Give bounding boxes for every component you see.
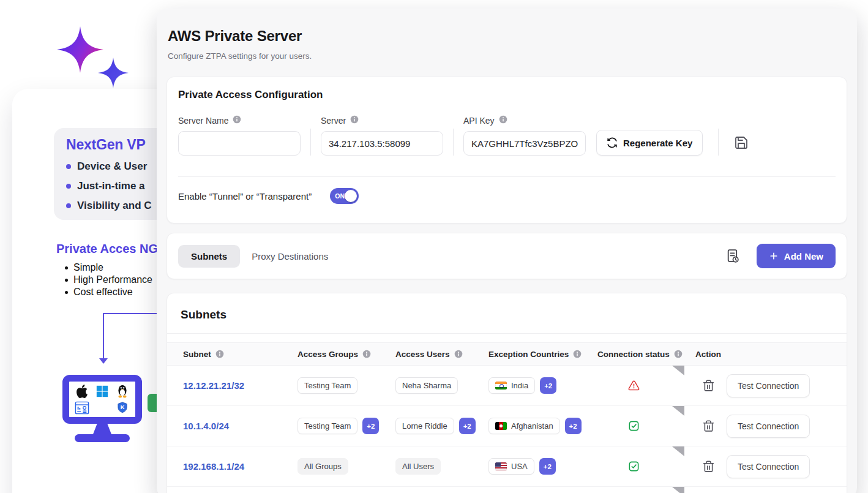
save-button[interactable] [734,130,749,156]
tunnel-toggle-row: Enable “Tunnel” or “Transparent” ON [178,188,359,204]
tabs-card: Subnets Proxy Destinations Add New [166,233,847,279]
main-panel: AWS Private Server Configure ZTPA settin… [157,9,857,493]
subnet-link[interactable]: 10.1.4.0/24 [183,421,229,431]
pa-bullet: Cost effective [65,286,152,298]
page-subtitle: Configure ZTPA settings for your users. [168,51,312,61]
linux-icon [116,384,129,398]
table-body: 12.12.21.21/32 Testing Team Neha Sharma … [167,366,847,487]
af-flag-icon [495,422,507,430]
trash-icon [702,379,715,393]
info-icon[interactable] [233,115,241,126]
windows-icon [96,385,108,397]
info-icon[interactable] [350,115,359,124]
action-cell: Test Connection [695,374,847,397]
subnet-link[interactable]: 192.168.1.1/24 [183,461,244,472]
pa-bullet: Simple [65,262,152,274]
test-connection-button[interactable]: Test Connection [727,415,810,438]
table-header-row: Subnet Access Groups Access Users Except… [167,342,847,366]
chip: All Users [395,458,441,475]
chip: Neha Sharma [395,377,458,394]
info-icon[interactable] [233,115,241,124]
flow-arrow-head [99,358,108,364]
private-access-ng-title: Private Acces NG [56,242,158,256]
chip: Testing Team [297,377,357,394]
us-flag-icon [495,462,507,470]
more-count-badge[interactable]: +2 [362,418,379,434]
regenerate-key-label: Regenerate Key [623,138,692,148]
chip: India [488,377,535,394]
connection-ok-icon [628,461,640,472]
dashboard-icon [75,401,89,415]
monitor-screen: K [62,375,142,424]
column-header: Exception Countries [488,350,597,359]
logs-button[interactable] [725,248,741,264]
monitor-base [75,434,130,442]
api-key-input[interactable] [463,131,586,156]
pa-bullet: High Performance [65,274,152,286]
add-new-button[interactable]: Add New [757,244,836,268]
info-icon[interactable] [362,350,371,358]
info-icon[interactable] [454,350,463,358]
subnet-link[interactable]: 12.12.21.21/32 [183,380,244,391]
chip: All Groups [297,458,348,475]
more-count-badge[interactable]: +2 [539,458,556,475]
connection-ok-icon [628,420,640,432]
action-cell: Test Connection [695,455,847,478]
monitor-stand [93,424,111,434]
info-icon[interactable] [573,350,582,358]
server-input[interactable] [321,131,443,156]
server-name-input[interactable] [178,131,301,156]
connection-status-cell [597,461,695,472]
test-connection-button[interactable]: Test Connection [727,374,810,397]
sparkle-small-icon [98,57,129,89]
divider [310,129,311,156]
flow-arrow [103,313,104,358]
tab-proxy-destinations[interactable]: Proxy Destinations [252,251,328,262]
chip: USA [488,458,534,475]
tunnel-toggle[interactable]: ON [330,188,359,204]
tab-subnets[interactable]: Subnets [178,245,240,268]
sparkle-logo-icon [57,26,103,73]
info-icon[interactable] [674,350,683,358]
tunnel-toggle-label: Enable “Tunnel” or “Transparent” [178,191,312,201]
action-cell: Test Connection [695,415,847,438]
info-icon[interactable] [499,115,507,124]
apple-icon [75,384,89,399]
devices-monitor-illustration: K [62,375,142,445]
file-log-icon [725,248,741,264]
trash-icon [702,460,715,473]
delete-button[interactable] [702,460,715,473]
exception-countries-cell: USA+2 [488,458,597,475]
chip: Lorne Riddle [395,418,454,434]
api-key-label: API Key [463,116,495,126]
info-icon[interactable] [350,115,359,126]
column-header: Subnet [183,350,297,359]
connection-status-cell [597,380,695,391]
more-count-badge[interactable]: +2 [565,418,582,434]
access-users-cell: Neha Sharma [395,377,488,394]
connection-status-cell [597,420,695,432]
info-icon[interactable] [499,115,507,126]
row-corner-marker [672,406,684,416]
delete-button[interactable] [702,379,715,393]
test-connection-button[interactable]: Test Connection [727,455,810,478]
plus-icon [769,251,779,261]
access-users-cell: Lorne Riddle+2 [395,418,488,434]
config-fields-row: Server Name Server API Key Regenerate Ke… [178,115,836,156]
config-card-title: Private Access Configuration [178,89,323,101]
table-title: Subnets [167,293,847,334]
table-row: 192.168.1.1/24 All Groups All Users USA+… [167,446,847,487]
more-count-badge[interactable]: +2 [540,377,556,394]
more-count-badge[interactable]: +2 [459,418,476,434]
exception-countries-cell: India+2 [488,377,597,394]
regenerate-key-button[interactable]: Regenerate Key [596,130,703,156]
info-icon[interactable] [215,350,224,358]
delete-button[interactable] [702,420,715,433]
access-groups-cell: Testing Team+2 [297,418,395,434]
exception-countries-cell: Afghanistan+2 [488,418,597,434]
access-users-cell: All Users [395,458,488,475]
private-access-ng-bullets: Simple High Performance Cost effective [65,262,152,298]
toggle-state-text: ON [335,192,345,200]
private-access-configuration-card: Private Access Configuration Server Name… [166,77,847,224]
trash-icon [702,420,715,433]
